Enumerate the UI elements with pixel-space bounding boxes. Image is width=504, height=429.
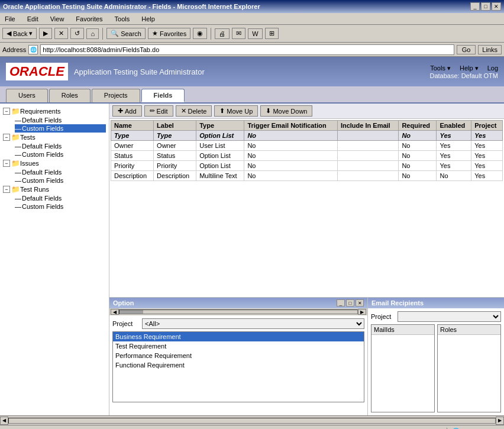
options-close-btn[interactable]: ✕ bbox=[356, 299, 364, 307]
scroll-left-main-btn[interactable]: ◀ bbox=[0, 417, 8, 425]
move-down-button[interactable]: ⬇ Move Down bbox=[260, 105, 312, 117]
refresh-button[interactable]: ↺ bbox=[70, 28, 84, 39]
media-button[interactable]: ◉ bbox=[193, 28, 207, 39]
move-up-button[interactable]: ⬆ Move Up bbox=[214, 105, 258, 117]
back-arrow-icon: ◀ bbox=[7, 30, 11, 37]
scroll-left-btn[interactable]: ◀ bbox=[111, 309, 119, 315]
home-button[interactable]: ⌂ bbox=[86, 28, 99, 39]
type-include bbox=[337, 131, 398, 141]
delete-button[interactable]: ✕ Delete bbox=[176, 105, 212, 117]
email-project-select[interactable] bbox=[398, 311, 501, 322]
go-button[interactable]: Go bbox=[457, 45, 476, 54]
menu-edit[interactable]: Edit bbox=[25, 15, 41, 23]
favorites-button[interactable]: ★ Favorites bbox=[148, 28, 190, 39]
menu-help[interactable]: Help bbox=[139, 15, 157, 23]
table-row[interactable]: Priority Priority Option List No No Yes … bbox=[111, 161, 503, 171]
sidebar-item-issues-default[interactable]: — Default Fields bbox=[15, 168, 106, 176]
col-trigger: Trigger Email Notification bbox=[244, 121, 338, 131]
header-nav: Tools ▾ Help ▾ Log bbox=[430, 64, 498, 72]
scrollbar-track bbox=[119, 309, 358, 314]
help-nav[interactable]: Help ▾ bbox=[460, 64, 479, 72]
minimize-button[interactable]: _ bbox=[470, 2, 480, 11]
listbox-item-3[interactable]: Performance Requirement bbox=[113, 351, 364, 360]
links-button[interactable]: Links bbox=[478, 45, 502, 54]
star-icon: ★ bbox=[152, 30, 158, 37]
windows-button[interactable]: ⊞ bbox=[265, 28, 279, 39]
tests-expand[interactable]: − bbox=[3, 134, 10, 141]
data-table-container: Name Label Type Trigger Email Notificati… bbox=[109, 119, 504, 297]
main-content: − 📁 Requirements — Default Fields — Cust… bbox=[0, 104, 504, 415]
sidebar-item-testruns-default[interactable]: — Default Fields bbox=[15, 194, 106, 202]
sidebar-item-issues[interactable]: − 📁 Issues bbox=[3, 159, 106, 168]
owner-required: No bbox=[399, 141, 437, 151]
tab-roles[interactable]: Roles bbox=[49, 89, 91, 102]
sidebar-item-tests[interactable]: − 📁 Tests bbox=[3, 133, 106, 142]
options-scrollbar[interactable]: ◀ ▶ bbox=[109, 308, 367, 315]
tab-projects[interactable]: Projects bbox=[92, 89, 140, 102]
close-button[interactable]: ✕ bbox=[492, 2, 501, 11]
sidebar-item-requirements[interactable]: − 📁 Requirements bbox=[3, 107, 106, 116]
media-icon: ◉ bbox=[197, 30, 203, 37]
menu-favorites[interactable]: Favorites bbox=[73, 15, 105, 23]
main-scrollbar-track bbox=[8, 418, 496, 424]
edit-button[interactable]: ✏ Edit bbox=[144, 105, 173, 117]
owner-include bbox=[337, 141, 398, 151]
home-icon: ⌂ bbox=[91, 30, 95, 37]
listbox-item-1[interactable]: Business Requirement bbox=[113, 332, 364, 341]
status-trigger: No bbox=[244, 151, 338, 161]
requirements-expand[interactable]: − bbox=[3, 108, 10, 115]
table-row[interactable]: Owner Owner User List No No Yes Yes bbox=[111, 141, 503, 151]
tools-nav[interactable]: Tools ▾ bbox=[430, 64, 451, 72]
header-left: ORACLE Application Testing Suite Adminis… bbox=[6, 63, 205, 80]
browser-toolbar: ◀ Back ▾ ▶ ✕ ↺ ⌂ 🔍 Search ★ Favorites ◉ … bbox=[0, 25, 504, 43]
address-input[interactable] bbox=[40, 44, 454, 55]
window-controls: _ □ ✕ bbox=[470, 2, 501, 11]
options-minimize-btn[interactable]: _ bbox=[337, 299, 345, 307]
listbox-item-4[interactable]: Functional Requirement bbox=[113, 360, 364, 370]
table-row[interactable]: Status Status Option List No No Yes Yes bbox=[111, 151, 503, 161]
forward-button[interactable]: ▶ bbox=[39, 28, 52, 39]
print-icon: 🖨 bbox=[219, 30, 225, 37]
table-type-row[interactable]: Type Type Option List No No Yes Yes bbox=[111, 131, 503, 141]
menu-file[interactable]: File bbox=[2, 15, 18, 23]
sidebar-item-issues-custom[interactable]: — Custom Fields bbox=[15, 176, 106, 185]
tab-fields[interactable]: Fields bbox=[141, 89, 185, 102]
stop-button[interactable]: ✕ bbox=[54, 28, 68, 39]
sidebar-item-req-default[interactable]: — Default Fields bbox=[15, 116, 106, 124]
page-small-icon: 🌐 bbox=[30, 47, 37, 53]
sidebar-item-tests-default[interactable]: — Default Fields bbox=[15, 142, 106, 150]
sidebar-item-testruns-custom[interactable]: — Custom Fields bbox=[15, 202, 106, 211]
mail-button[interactable]: ✉ bbox=[232, 28, 245, 39]
col-type: Type bbox=[196, 121, 244, 131]
search-button[interactable]: 🔍 Search bbox=[106, 28, 146, 39]
logout-nav[interactable]: Log bbox=[487, 64, 498, 72]
scroll-right-btn[interactable]: ▶ bbox=[358, 309, 366, 315]
refresh-icon: ↺ bbox=[75, 30, 80, 37]
stop-icon: ✕ bbox=[59, 30, 64, 37]
content-toolbar: ✚ Add ✏ Edit ✕ Delete ⬆ Move Up ⬇ Move D… bbox=[109, 104, 504, 119]
window-title: Oracle Application Testing Suite Adminis… bbox=[3, 3, 260, 10]
menu-view[interactable]: View bbox=[48, 15, 67, 23]
maximize-button[interactable]: □ bbox=[481, 2, 490, 11]
issues-folder-icon: 📁 bbox=[11, 159, 20, 167]
sidebar-item-testruns[interactable]: − 📁 Test Runs bbox=[3, 185, 106, 194]
menu-tools[interactable]: Tools bbox=[112, 15, 133, 23]
word-button[interactable]: W bbox=[248, 28, 262, 39]
listbox-item-2[interactable]: Test Requirement bbox=[113, 341, 364, 351]
project-form-row: Project <All> bbox=[112, 318, 364, 329]
add-button[interactable]: ✚ Add bbox=[112, 105, 142, 117]
move-down-icon: ⬇ bbox=[266, 107, 271, 115]
back-button[interactable]: ◀ Back ▾ bbox=[2, 28, 37, 39]
status-project: Yes bbox=[471, 151, 503, 161]
sidebar-item-tests-custom[interactable]: — Custom Fields bbox=[15, 150, 106, 159]
sidebar-item-req-custom[interactable]: — Custom Fields bbox=[15, 124, 106, 133]
scroll-right-main-btn[interactable]: ▶ bbox=[496, 417, 504, 425]
print-button[interactable]: 🖨 bbox=[215, 28, 230, 39]
tab-users[interactable]: Users bbox=[6, 89, 48, 102]
project-select[interactable]: <All> bbox=[142, 318, 364, 329]
options-expand-btn[interactable]: □ bbox=[346, 299, 354, 307]
issues-expand[interactable]: − bbox=[3, 160, 10, 167]
testruns-expand[interactable]: − bbox=[3, 186, 10, 193]
table-row[interactable]: Description Description Multiline Text N… bbox=[111, 171, 503, 181]
horizontal-scrollbar[interactable]: ◀ ▶ bbox=[0, 415, 504, 425]
